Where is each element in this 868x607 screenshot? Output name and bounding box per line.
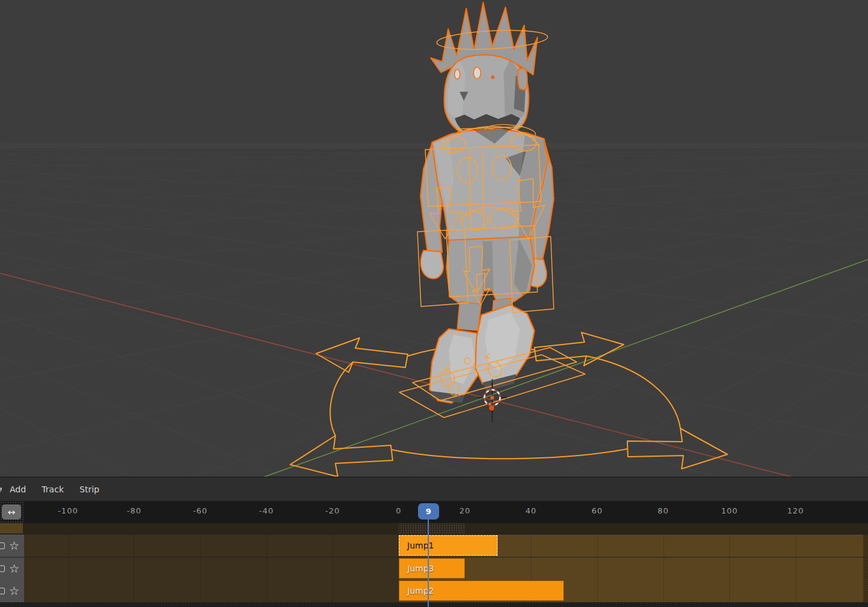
left-hand — [420, 250, 443, 279]
nla-menubar: w Add Track Strip — [0, 477, 868, 501]
track-header[interactable]: ☆ — [0, 535, 24, 557]
frame-gridline — [68, 535, 69, 557]
nla-editor: w Add Track Strip ↔ -100-80-60-40-200204… — [0, 477, 868, 607]
frame-gridline — [729, 535, 730, 557]
ruler-tick-label: 20 — [459, 506, 470, 515]
frame-gridline — [729, 580, 730, 602]
nla-bottom-band — [0, 603, 868, 607]
nla-strip[interactable]: Jump3 — [399, 558, 465, 579]
solo-star-icon[interactable]: ☆ — [9, 540, 19, 551]
frame-gridline — [664, 558, 664, 580]
track-checkbox-icon[interactable] — [0, 565, 5, 572]
playhead-line[interactable] — [428, 520, 429, 607]
left-leg — [457, 302, 481, 331]
blender-window: w Add Track Strip ↔ -100-80-60-40-200204… — [0, 0, 868, 607]
track-strip-area[interactable]: Jump3 — [24, 558, 868, 580]
track-checkbox-icon[interactable] — [0, 542, 5, 549]
frame-gridline — [796, 580, 796, 602]
nla-ruler[interactable]: ↔ -100-80-60-40-20020406080100120 9 — [0, 501, 868, 523]
track-checkbox-icon[interactable] — [0, 588, 5, 594]
track-header[interactable]: ☆ — [0, 558, 24, 580]
frame-gridline — [267, 535, 267, 557]
summary-left-block — [0, 523, 23, 533]
frame-gridline — [68, 558, 69, 580]
ruler-tick-label: -80 — [127, 506, 141, 515]
nla-summary-track[interactable] — [0, 523, 868, 533]
nla-track-row: ☆Jump2 — [0, 580, 868, 602]
viewport-canvas — [0, 0, 868, 477]
track-action-range — [399, 558, 868, 580]
solo-star-icon[interactable]: ☆ — [9, 585, 19, 597]
frame-gridline — [664, 535, 664, 557]
frame-gridline — [796, 535, 796, 557]
vertical-scrollbar-band[interactable] — [863, 558, 868, 580]
vertical-scrollbar-band[interactable] — [863, 535, 868, 557]
right-ear — [518, 68, 527, 90]
ruler-tick-label: 120 — [787, 506, 804, 515]
current-frame-badge[interactable]: 9 — [418, 503, 439, 520]
frame-gridline — [465, 558, 466, 580]
nla-track-row: ☆Jump1 — [0, 535, 868, 557]
menu-item-track[interactable]: Track — [34, 485, 72, 494]
ruler-tick-label: 60 — [592, 506, 603, 515]
frame-gridline — [134, 580, 135, 602]
ruler-tick-label: 100 — [721, 506, 738, 515]
3d-viewport[interactable] — [0, 0, 868, 477]
frame-gridline — [200, 558, 201, 580]
track-strip-area[interactable]: Jump1 — [24, 535, 868, 557]
frame-gridline — [332, 558, 333, 580]
menu-item-add[interactable]: Add — [2, 485, 34, 494]
frame-gridline — [796, 558, 796, 580]
right-eye — [474, 68, 481, 79]
frame-gridline — [200, 535, 201, 557]
ruler-tick-label: 80 — [657, 506, 669, 515]
ruler-tick-label: -60 — [193, 506, 207, 515]
ruler-tick-label: -20 — [325, 506, 340, 515]
nla-strip[interactable]: Jump2 — [399, 580, 564, 601]
ruler-tick-label: -40 — [259, 506, 274, 515]
cheek-bone-dot — [491, 75, 495, 79]
frame-gridline — [134, 535, 135, 557]
ruler-tick-label: 40 — [525, 506, 537, 515]
frame-gridline — [531, 535, 531, 557]
solo-star-icon[interactable]: ☆ — [9, 563, 19, 574]
pan-button[interactable]: ↔ — [2, 504, 21, 520]
track-strip-area[interactable]: Jump2 — [24, 580, 868, 602]
frame-gridline — [332, 535, 333, 557]
frame-gridline — [68, 580, 69, 602]
frame-gridline — [267, 558, 267, 580]
frame-gridline — [729, 558, 730, 580]
frame-gridline — [200, 580, 201, 602]
menu-item-strip[interactable]: Strip — [72, 485, 107, 494]
frame-gridline — [531, 558, 531, 580]
ruler-tick-label: 0 — [396, 506, 401, 515]
frame-gridline — [597, 558, 598, 580]
summary-strip-range — [399, 523, 465, 533]
nla-track-row: ☆Jump3 — [0, 558, 868, 580]
vertical-scrollbar-band[interactable] — [863, 580, 868, 602]
frame-gridline — [134, 558, 135, 580]
bone-origin-ball — [489, 405, 495, 411]
frame-gridline — [332, 580, 333, 602]
track-header[interactable]: ☆ — [0, 580, 24, 602]
nla-strip[interactable]: Jump1 — [399, 535, 498, 556]
frame-gridline — [597, 580, 598, 602]
frame-gridline — [664, 580, 664, 602]
frame-gridline — [267, 580, 267, 602]
frame-gridline — [597, 535, 598, 557]
left-eye — [455, 69, 460, 79]
ruler-tick-label: -100 — [58, 506, 78, 515]
pan-icon: ↔ — [8, 507, 16, 518]
